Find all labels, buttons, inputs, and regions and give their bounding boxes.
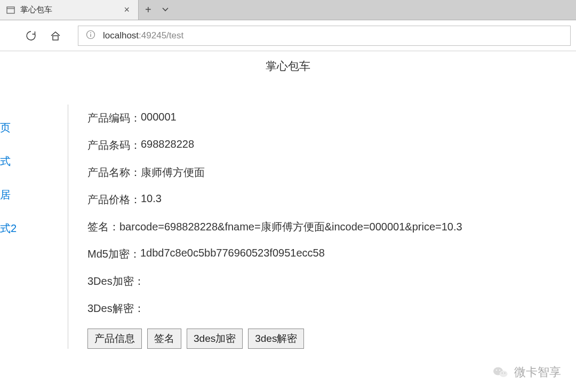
label-3des-encrypt: 3Des加密： <box>87 274 145 289</box>
row-3des-decrypt: 3Des解密： <box>87 301 576 316</box>
svg-point-7 <box>500 371 508 377</box>
tab-title: 掌心包车 <box>20 5 122 15</box>
tab-page-icon <box>6 6 15 14</box>
new-tab-icon[interactable]: + <box>145 4 151 16</box>
row-price: 产品价格： 10.3 <box>87 193 576 207</box>
product-info-button[interactable]: 产品信息 <box>87 329 142 349</box>
sidebar-item-0[interactable]: 页 <box>0 111 68 145</box>
value-product-name: 康师傅方便面 <box>141 165 205 180</box>
url-host: localhost <box>103 30 139 41</box>
value-barcode: 698828228 <box>141 138 194 153</box>
3des-encrypt-button[interactable]: 3des加密 <box>187 329 243 349</box>
svg-point-8 <box>496 370 497 371</box>
close-icon[interactable]: × <box>122 4 132 15</box>
watermark: 微卡智享 <box>493 364 561 380</box>
label-md5: Md5加密： <box>87 247 140 261</box>
label-3des-decrypt: 3Des解密： <box>87 301 145 316</box>
row-barcode: 产品条码： 698828228 <box>87 138 576 153</box>
browser-toolbar: localhost:49245/test <box>0 20 576 51</box>
value-md5: 1dbd7c8e0c5bb776960523f0951ecc58 <box>140 247 325 261</box>
3des-decrypt-button[interactable]: 3des解密 <box>248 329 304 349</box>
content-wrap: 页 式 居 式2 产品编码： 000001 产品条码： 698828228 产品… <box>0 105 576 349</box>
info-icon[interactable] <box>86 30 95 42</box>
value-price: 10.3 <box>141 193 162 207</box>
sidebar-item-1[interactable]: 式 <box>0 145 68 178</box>
sidebar-item-3[interactable]: 式2 <box>0 212 68 245</box>
home-icon[interactable] <box>49 29 62 42</box>
page-title: 掌心包车 <box>0 51 576 79</box>
svg-point-9 <box>499 370 500 371</box>
chevron-down-icon[interactable] <box>161 4 170 16</box>
label-barcode: 产品条码： <box>87 138 141 153</box>
url-text: localhost:49245/test <box>103 30 183 41</box>
svg-rect-2 <box>53 36 58 40</box>
label-product-code: 产品编码： <box>87 111 141 125</box>
row-product-code: 产品编码： 000001 <box>87 111 576 125</box>
button-row: 产品信息 签名 3des加密 3des解密 <box>87 329 576 349</box>
sign-button[interactable]: 签名 <box>147 329 181 349</box>
value-signature: barcode=698828228&fname=康师傅方便面&incode=00… <box>119 220 462 234</box>
browser-tab-bar: 掌心包车 × + <box>0 0 576 20</box>
url-path: :49245/test <box>139 30 183 41</box>
row-product-name: 产品名称： 康师傅方便面 <box>87 165 576 180</box>
label-price: 产品价格： <box>87 193 141 207</box>
svg-point-10 <box>502 373 503 374</box>
main-content: 产品编码： 000001 产品条码： 698828228 产品名称： 康师傅方便… <box>68 105 576 349</box>
value-product-code: 000001 <box>141 111 177 125</box>
row-3des-encrypt: 3Des加密： <box>87 274 576 289</box>
address-bar[interactable]: localhost:49245/test <box>78 26 571 46</box>
svg-point-4 <box>90 32 91 33</box>
refresh-icon[interactable] <box>25 29 37 42</box>
svg-rect-0 <box>7 7 14 13</box>
browser-tab[interactable]: 掌心包车 × <box>0 0 139 20</box>
wechat-icon <box>493 365 509 379</box>
row-signature: 签名： barcode=698828228&fname=康师傅方便面&incod… <box>87 220 576 234</box>
watermark-text: 微卡智享 <box>514 364 561 380</box>
label-product-name: 产品名称： <box>87 165 141 180</box>
tab-controls: + <box>139 0 176 20</box>
sidebar: 页 式 居 式2 <box>0 105 68 349</box>
label-signature: 签名： <box>87 220 119 234</box>
row-md5: Md5加密： 1dbd7c8e0c5bb776960523f0951ecc58 <box>87 247 576 261</box>
svg-point-11 <box>505 373 506 374</box>
sidebar-item-2[interactable]: 居 <box>0 178 68 212</box>
